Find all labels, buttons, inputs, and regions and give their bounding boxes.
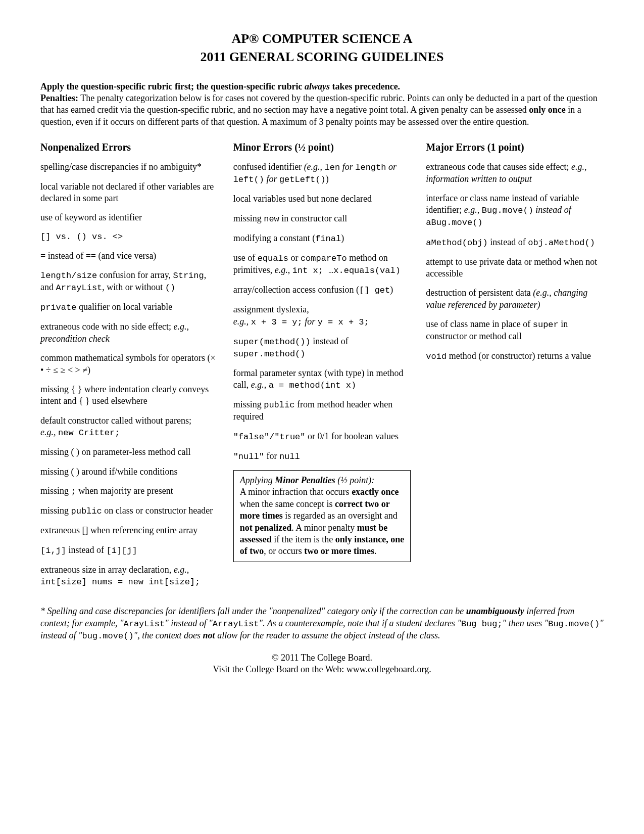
- np-item: length/size confusion for array, String,…: [40, 269, 218, 294]
- mi-item: confused identifier (e.g., len for lengt…: [233, 161, 411, 186]
- np-item: private qualifier on local variable: [40, 301, 218, 313]
- np-item: spelling/case discrepancies if no ambigu…: [40, 161, 218, 173]
- np-item: extraneous [] when referencing entire ar…: [40, 525, 218, 536]
- ma-item: interface or class name instead of varia…: [426, 193, 604, 229]
- col-header-minor: Minor Errors (½ point): [233, 141, 411, 154]
- np-item: = instead of == (and vice versa): [40, 250, 218, 262]
- mi-item: super(method()) instead of super.method(…: [233, 336, 411, 360]
- col-major: Major Errors (1 point) extraneous code t…: [426, 141, 604, 595]
- np-item: [i,j] instead of [i][j]: [40, 544, 218, 557]
- col-nonpenalized: Nonpenalized Errors spelling/case discre…: [40, 141, 218, 595]
- np-item: missing { } where indentation clearly co…: [40, 384, 218, 407]
- np-item: default constructor called without paren…: [40, 415, 218, 439]
- mi-item: "null" for null: [233, 450, 411, 462]
- np-item: extraneous size in array declaration, e.…: [40, 564, 218, 588]
- mi-item: assignment dyslexia,e.g., x + 3 = y; for…: [233, 304, 411, 328]
- copyright: © 2011 The College Board.: [40, 652, 604, 664]
- intro-penalties: Penalties: The penalty categorization be…: [40, 92, 604, 128]
- intro-section: Apply the question-specific rubric first…: [40, 81, 604, 128]
- footer: © 2011 The College Board. Visit the Coll…: [40, 652, 604, 676]
- mi-item: "false"/"true" or 0/1 for boolean values: [233, 431, 411, 443]
- np-item: extraneous code with no side effect; e.g…: [40, 321, 218, 345]
- col-minor: Minor Errors (½ point) confused identifi…: [233, 141, 411, 595]
- np-item: missing ; when majority are present: [40, 485, 218, 497]
- page-title: AP® COMPUTER SCIENCE A: [40, 30, 604, 48]
- url: Visit the College Board on the Web: www.…: [40, 664, 604, 675]
- np-item: [] vs. () vs. <>: [40, 231, 218, 243]
- page-subtitle: 2011 GENERAL SCORING GUIDELINES: [40, 49, 604, 66]
- ma-item: void method (or constructor) returns a v…: [426, 350, 604, 362]
- columns: Nonpenalized Errors spelling/case discre…: [40, 141, 604, 595]
- np-item: missing ( ) on parameter-less method cal…: [40, 446, 218, 458]
- np-item: missing ( ) around if/while conditions: [40, 466, 218, 478]
- mi-item: use of equals or compareTo method on pri…: [233, 252, 411, 276]
- col-header-major: Major Errors (1 point): [426, 141, 604, 154]
- mi-item: array/collection access confusion ([] ge…: [233, 284, 411, 296]
- ma-item: attempt to use private data or method wh…: [426, 256, 604, 280]
- minor-penalties-box: Applying Minor Penalties (½ point): A mi…: [233, 470, 411, 562]
- np-item: local variable not declared if other var…: [40, 181, 218, 205]
- ma-item: extraneous code that causes side effect;…: [426, 161, 604, 185]
- intro-line-1: Apply the question-specific rubric first…: [40, 81, 604, 92]
- mi-item: local variables used but none declared: [233, 193, 411, 205]
- np-item: missing public on class or constructor h…: [40, 505, 218, 517]
- ma-item: destruction of persistent data (e.g., ch…: [426, 287, 604, 311]
- mi-item: missing public from method header when r…: [233, 399, 411, 423]
- footnote: * Spelling and case discrepancies for id…: [40, 606, 604, 642]
- mi-item: modifying a constant (final): [233, 233, 411, 245]
- mi-item: formal parameter syntax (with type) in m…: [233, 367, 411, 391]
- ma-item: use of class name in place of super in c…: [426, 318, 604, 342]
- mi-item: missing new in constructor call: [233, 213, 411, 225]
- np-item: use of keyword as identifier: [40, 212, 218, 223]
- np-item: common mathematical symbols for operator…: [40, 352, 218, 376]
- col-header-nonpenalized: Nonpenalized Errors: [40, 141, 218, 154]
- ma-item: aMethod(obj) instead of obj.aMethod(): [426, 237, 604, 249]
